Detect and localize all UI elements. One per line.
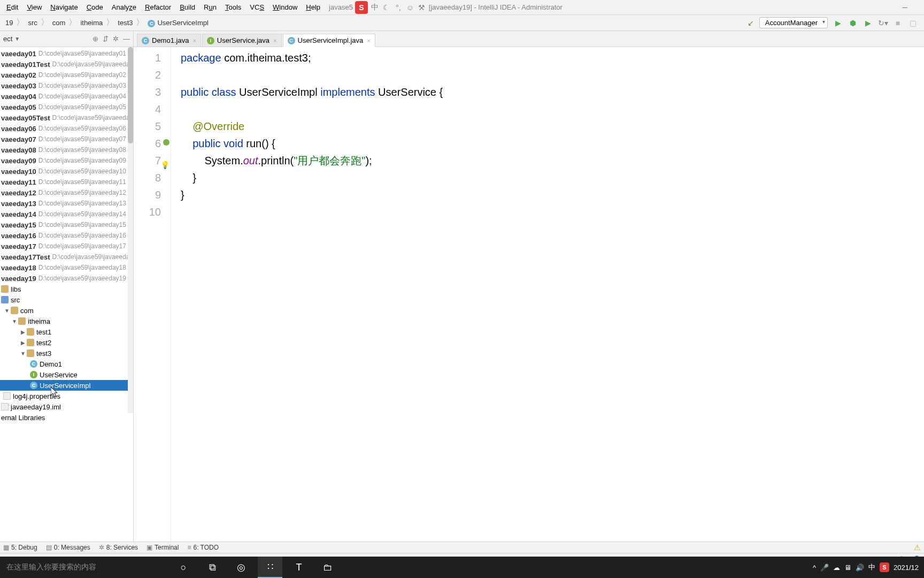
- tree-node-test1[interactable]: ▶test1: [0, 326, 133, 337]
- tool-todo[interactable]: ≡6: TODO: [187, 544, 219, 551]
- stop-button[interactable]: ■: [893, 18, 903, 28]
- menu-vcs[interactable]: VCS: [245, 2, 268, 12]
- menu-edit[interactable]: Edit: [2, 2, 22, 12]
- tree-node-com[interactable]: ▼com: [0, 305, 133, 316]
- taskbar-intellij[interactable]: ∷: [258, 557, 282, 578]
- tool-services[interactable]: ✲8: Services: [99, 544, 138, 551]
- menu-build[interactable]: Build: [175, 2, 199, 12]
- taskbar-explorer[interactable]: 🗀: [315, 557, 340, 578]
- tree-module-row[interactable]: vaeeday04D:\code\javase59\javaeeday04: [0, 91, 133, 102]
- tree-node-itheima[interactable]: ▼itheima: [0, 316, 133, 326]
- tree-node-userserviceimpl[interactable]: CUserServiceImpl: [0, 380, 133, 391]
- tree-module-row[interactable]: vaeeday14D:\code\javase59\javaeeday14: [0, 209, 133, 219]
- close-icon[interactable]: ×: [273, 37, 276, 44]
- tray-date[interactable]: 2021/12: [894, 564, 919, 572]
- taskbar-taskview[interactable]: ⧉: [200, 557, 225, 578]
- tray-mic-icon[interactable]: 🎤: [820, 564, 829, 572]
- coverage-button[interactable]: ▶: [863, 18, 873, 28]
- crumb-3[interactable]: itheima: [77, 19, 106, 27]
- run-config-dropdown[interactable]: AccountManager: [759, 17, 828, 28]
- menu-tools[interactable]: Tools: [221, 2, 245, 12]
- gear-icon[interactable]: ✲: [113, 35, 119, 43]
- tree-module-row[interactable]: vaeeday01D:\code\javase59\javaeeday01: [0, 48, 133, 59]
- profile-button[interactable]: ↻▾: [878, 18, 888, 28]
- tree-module-row[interactable]: vaeeday07D:\code\javase59\javaeeday07: [0, 134, 133, 144]
- tree-module-row[interactable]: vaeeday17TestD:\code\javase59\javaeeda: [0, 252, 133, 262]
- tree-node-log4j[interactable]: log4j.properties: [0, 391, 133, 401]
- editor-tab-userserviceimpl[interactable]: CUserServiceImpl.java×: [283, 34, 375, 47]
- project-view-header[interactable]: ect ▼ ⊕ ⇵ ✲ —: [0, 31, 133, 47]
- tree-module-row[interactable]: vaeeday15D:\code\javase59\javaeeday15: [0, 219, 133, 230]
- close-icon[interactable]: ×: [367, 37, 370, 44]
- tree-module-row[interactable]: vaeeday11D:\code\javase59\javaeeday11: [0, 177, 133, 187]
- override-gutter-icon[interactable]: [163, 139, 170, 146]
- tree-module-row[interactable]: vaeeday05D:\code\javase59\javaeeday05: [0, 102, 133, 112]
- tray-lang[interactable]: 中: [868, 562, 875, 572]
- tool-terminal[interactable]: ▣Terminal: [147, 544, 179, 551]
- tree-module-row[interactable]: vaeeday06D:\code\javase59\javaeeday06: [0, 123, 133, 134]
- tree-node-iml[interactable]: javaeeday19.iml: [0, 401, 133, 412]
- crumb-5[interactable]: CUserServiceImpl: [144, 19, 211, 27]
- editor-gutter[interactable]: 1 2 3 4 5 6 7💡 8 9 10: [134, 47, 171, 542]
- tree-node-userservice[interactable]: IUserService: [0, 369, 133, 380]
- tree-node-test2[interactable]: ▶test2: [0, 337, 133, 348]
- crumb-0[interactable]: 19: [2, 19, 16, 27]
- minimize-button[interactable]: ─: [898, 2, 911, 13]
- tree-node-external-libraries[interactable]: ernal Libraries: [0, 412, 133, 423]
- tray-chevron-icon[interactable]: ^: [813, 564, 816, 572]
- tree-module-row[interactable]: vaeeday13D:\code\javase59\javaeeday13: [0, 198, 133, 209]
- crumb-2[interactable]: com: [49, 19, 69, 27]
- tree-module-row[interactable]: vaeeday12D:\code\javase59\javaeeday12: [0, 187, 133, 198]
- run-button[interactable]: ▶: [833, 18, 843, 28]
- tree-module-row[interactable]: vaeeday02D:\code\javase59\javaeeday02: [0, 70, 133, 80]
- menu-view[interactable]: View: [22, 2, 46, 12]
- expand-icon[interactable]: ⇵: [103, 35, 109, 43]
- lang-icon[interactable]: 中: [370, 3, 380, 12]
- tool-messages[interactable]: ▤0: Messages: [46, 544, 90, 551]
- menu-code[interactable]: Code: [82, 2, 107, 12]
- layout-button[interactable]: ▢: [908, 18, 918, 28]
- tree-module-row[interactable]: vaeeday16D:\code\javase59\javaeeday16: [0, 230, 133, 241]
- taskbar-text[interactable]: T: [287, 557, 311, 578]
- tree-module-row[interactable]: vaeeday17D:\code\javase59\javaeeday17: [0, 241, 133, 252]
- menu-window[interactable]: Window: [268, 2, 302, 12]
- taskbar-browser[interactable]: ◎: [229, 557, 253, 578]
- tree-module-row[interactable]: vaeeday09D:\code\javase59\javaeeday09: [0, 155, 133, 166]
- tree-node-demo1[interactable]: CDemo1: [0, 359, 133, 369]
- menu-navigate[interactable]: Navigate: [46, 2, 82, 12]
- build-icon[interactable]: ↙: [748, 19, 754, 27]
- menu-analyze[interactable]: Analyze: [107, 2, 141, 12]
- tree-module-row[interactable]: vaeeday01TestD:\code\javase59\javaeeda: [0, 59, 133, 70]
- tree-node-src[interactable]: src: [0, 294, 133, 305]
- tree-node-libs[interactable]: libs: [0, 284, 133, 294]
- locate-icon[interactable]: ⊕: [93, 35, 98, 43]
- taskbar-cortana[interactable]: ○: [171, 557, 196, 578]
- tray-sogou-icon[interactable]: S: [880, 562, 889, 572]
- tray-monitor-icon[interactable]: 🖥: [844, 564, 851, 572]
- tree-module-row[interactable]: vaeeday18D:\code\javase59\javaeeday18: [0, 262, 133, 273]
- tree-module-row[interactable]: vaeeday05TestD:\code\javase59\javaeeda: [0, 112, 133, 123]
- hide-icon[interactable]: —: [123, 35, 130, 43]
- taskbar-search[interactable]: 在这里输入你要搜索的内容: [0, 562, 171, 572]
- debug-button[interactable]: ⬢: [848, 18, 858, 28]
- close-icon[interactable]: ×: [192, 37, 196, 44]
- tool-debug[interactable]: ▦5: Debug: [3, 544, 37, 551]
- tree-module-row[interactable]: vaeeday19D:\code\javase59\javaeeday19: [0, 273, 133, 284]
- tray-cloud-icon[interactable]: ☁: [833, 564, 840, 572]
- editor-tab-userservice[interactable]: IUserService.java×: [202, 34, 282, 47]
- intention-bulb-icon[interactable]: 💡: [160, 156, 170, 173]
- menu-help[interactable]: Help: [302, 2, 325, 12]
- menu-run[interactable]: Run: [199, 2, 221, 12]
- tray-volume-icon[interactable]: 🔊: [856, 564, 864, 572]
- editor-content[interactable]: package com.itheima.test3; public class …: [171, 47, 443, 542]
- tree-module-row[interactable]: vaeeday10D:\code\javase59\javaeeday10: [0, 166, 133, 177]
- editor-tab-demo1[interactable]: CDemo1.java×: [137, 34, 201, 47]
- warning-icon[interactable]: ⚠: [914, 543, 921, 552]
- tree-scrollbar[interactable]: [128, 47, 133, 413]
- tree-module-row[interactable]: vaeeday03D:\code\javase59\javaeeday03: [0, 80, 133, 91]
- menu-refactor[interactable]: Refactor: [141, 2, 175, 12]
- tree-node-test3[interactable]: ▼test3: [0, 348, 133, 359]
- tree-module-row[interactable]: vaeeday08D:\code\javase59\javaeeday08: [0, 144, 133, 155]
- crumb-1[interactable]: src: [25, 19, 40, 27]
- project-tree[interactable]: vaeeday01D:\code\javase59\javaeeday01vae…: [0, 47, 133, 542]
